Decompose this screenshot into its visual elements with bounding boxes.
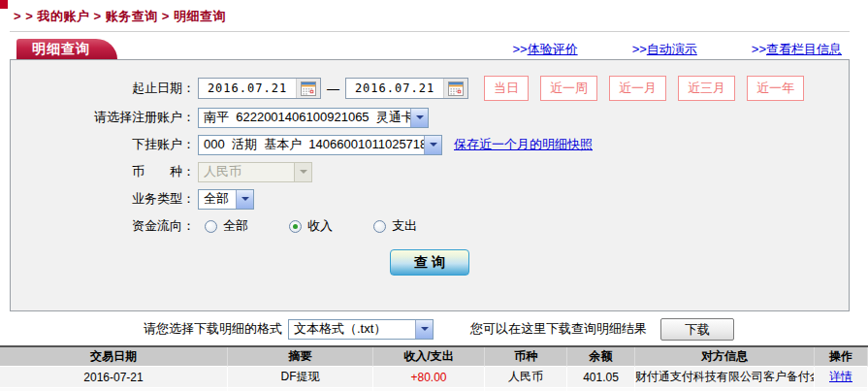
business-type-value: 全部 [199,190,236,208]
end-date-value: 2016.07.21 [346,81,443,95]
col-header-date: 交易日期 [0,347,228,367]
currency-value: 人民币 [199,163,294,180]
col-header-balance: 余额 [567,347,635,367]
radio-icon[interactable] [205,220,217,233]
download-hint: 您可以在这里下载查询明细结果 [470,320,647,338]
chevron-down-icon[interactable] [410,109,428,127]
sub-account-row: 下挂账户： 000 活期 基本户 1406600101102571848 保存近… [11,134,849,155]
cell-counterparty: 财付通支付科技有限公司客户备付金 [635,367,815,388]
cell-currency: 人民币 [485,367,567,388]
end-date-input[interactable]: 2016.07.21 [345,78,468,99]
download-row: 请您选择下载明细的格式 文本格式（.txt） 您可以在这里下载查询明细结果 下载 [0,316,868,342]
quick-range-buttons: 当日 近一周 近一月 近三月 近一年 [484,76,804,101]
radio-label: 支出 [392,217,417,235]
business-type-label: 业务类型： [11,190,195,208]
link-arrows: >> [512,42,527,56]
results-table: 交易日期 摘要 收入/支出 币种 余额 对方信息 操作 2016-07-21 D… [0,347,868,391]
tab-detail-query[interactable]: 明细查询 [16,39,117,59]
register-account-label: 请选择注册账户： [11,109,195,126]
query-button-row: 查 询 [11,249,849,276]
col-header-currency: 币种 [485,347,567,367]
quick-range-week-button[interactable]: 近一周 [540,76,597,101]
chevron-down-icon[interactable] [236,190,253,209]
sub-account-select[interactable]: 000 活期 基本户 1406600101102571848 [198,135,442,155]
detail-link[interactable]: 详情 [829,370,852,383]
start-date-input[interactable]: 2016.07.21 [198,78,321,99]
tab-bar: 明细查询 >>体验评价 >>自动演示 >>查看栏目信息 [10,39,850,59]
fund-flow-option-income[interactable]: 收入 [289,217,333,235]
register-account-value: 南平 6222001406100921065 灵通卡 [199,109,410,126]
header-links: >>体验评价 >>自动演示 >>查看栏目信息 [512,41,842,58]
col-header-summary: 摘要 [228,347,373,367]
quick-range-today-button[interactable]: 当日 [484,76,529,101]
currency-select: 人民币 [198,162,312,182]
table-row: 2016-07-21 DF提现 +80.00 人民币 401.05 财付通支付科… [0,367,868,388]
cell-balance: 401.05 [567,367,635,388]
col-header-counterparty: 对方信息 [635,347,815,367]
breadcrumb[interactable]: > > 我的账户 > 账务查询 > 明细查询 [0,0,868,25]
fund-flow-label: 资金流向： [11,217,195,235]
cell-amount: +80.00 [373,367,485,388]
fund-flow-row: 资金流向： 全部 收入 支出 [11,215,849,237]
quick-range-month-button[interactable]: 近一月 [609,76,666,101]
register-account-row: 请选择注册账户： 南平 6222001406100921065 灵通卡 [11,107,849,128]
register-account-select[interactable]: 南平 6222001406100921065 灵通卡 [198,108,429,128]
date-range-label: 起止日期： [11,80,195,97]
start-date-value: 2016.07.21 [199,81,296,95]
quick-range-3months-button[interactable]: 近三月 [678,76,735,101]
link-view-column-info[interactable]: >>查看栏目信息 [752,41,842,58]
radio-icon[interactable] [289,220,302,233]
currency-label: 币 种： [11,163,195,180]
link-experience-rating[interactable]: >>体验评价 [512,41,577,58]
radio-icon[interactable] [373,220,386,233]
link-arrows: >> [632,42,647,56]
currency-row: 币 种： 人民币 [11,161,849,182]
table-header-row: 交易日期 摘要 收入/支出 币种 余额 对方信息 操作 [0,347,868,367]
chevron-down-icon[interactable] [415,320,433,339]
col-header-amount: 收入/支出 [373,347,485,367]
business-type-select[interactable]: 全部 [198,189,254,210]
quick-range-year-button[interactable]: 近一年 [747,76,804,101]
results-table-wrap: 交易日期 摘要 收入/支出 币种 余额 对方信息 操作 2016-07-21 D… [0,345,868,391]
business-type-row: 业务类型： 全部 [11,188,849,210]
query-form-panel: 起止日期： 2016.07.21 [10,59,850,311]
chevron-down-icon[interactable] [424,136,441,154]
fund-flow-option-all[interactable]: 全部 [205,217,248,235]
chevron-down-icon [294,163,311,181]
calendar-icon[interactable] [443,79,467,98]
col-header-action: 操作 [815,347,868,367]
sub-account-label: 下挂账户： [11,136,195,153]
radio-label: 收入 [307,217,333,235]
fund-flow-option-expense[interactable]: 支出 [373,217,417,235]
query-button[interactable]: 查 询 [390,249,469,276]
tab-swoosh-shape [96,39,117,59]
link-arrows: >> [752,42,766,56]
download-format-label: 请您选择下载明细的格式 [144,320,282,338]
tab-label: 明细查询 [16,39,96,59]
sub-account-value: 000 活期 基本户 1406600101102571848 [199,136,424,153]
date-range-separator: — [327,81,339,96]
link-auto-demo[interactable]: >>自动演示 [632,41,697,58]
download-format-value: 文本格式（.txt） [289,320,415,338]
cell-date: 2016-07-21 [0,367,228,388]
calendar-icon[interactable] [296,79,320,98]
cell-summary: DF提现 [228,367,373,388]
download-button[interactable]: 下载 [660,318,734,341]
date-range-row: 起止日期： 2016.07.21 [11,76,849,101]
download-format-select[interactable]: 文本格式（.txt） [288,319,434,340]
save-snapshot-link[interactable]: 保存近一个月的明细快照 [454,136,593,153]
radio-label: 全部 [223,217,248,235]
corner-marker [0,0,8,9]
divider-line [10,31,850,32]
cell-action: 详情 [815,367,868,388]
